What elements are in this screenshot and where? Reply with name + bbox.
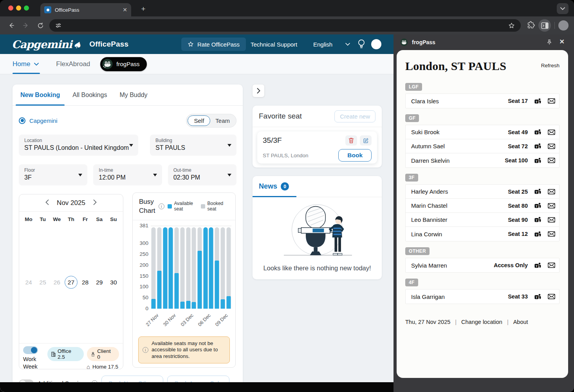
zoom-window-button[interactable] [24, 5, 29, 11]
floor-group: Isla GarriganSeat 33T [405, 289, 560, 304]
busy-chart-card: Busy Chart i Available seat Booked seat … [132, 192, 236, 368]
mail-icon[interactable] [548, 231, 555, 237]
calendar-day[interactable]: 29 [93, 276, 106, 289]
delete-favorite-button[interactable] [345, 135, 357, 146]
person-row: Marin ChastelSeat 80T [406, 199, 559, 213]
weekday-label: Sa [94, 216, 105, 222]
teams-icon[interactable]: T [534, 262, 541, 269]
calendar-day[interactable]: 28 [79, 276, 92, 289]
person-seat: Seat 90 [508, 217, 528, 223]
mail-icon[interactable] [548, 294, 555, 299]
office-chip: Office 2.5 [47, 347, 84, 361]
work-week-toggle[interactable] [23, 346, 38, 354]
mail-icon[interactable] [548, 98, 555, 104]
extensions-icon[interactable] [527, 21, 535, 30]
calendar-day[interactable]: 26 [51, 276, 63, 289]
close-panel-icon[interactable]: ✕ [560, 38, 565, 45]
book-button[interactable]: Book [338, 149, 372, 162]
new-tab-button[interactable]: + [138, 4, 149, 14]
chart-bar [208, 226, 214, 309]
person-seat: Seat 49 [508, 129, 528, 135]
language-select[interactable]: English [313, 41, 332, 48]
teams-icon[interactable]: T [534, 157, 541, 164]
home-icon: ⌂ [87, 363, 90, 370]
location-select[interactable]: Location ST PAULS (London - United Kingd… [19, 135, 138, 156]
floor-select[interactable]: Floor 3F [19, 164, 87, 185]
x-axis-tick: 03 Dec [180, 313, 195, 327]
floor-group: Suki BrookSeat 49TAutumn SaelSeat 72TDar… [405, 125, 560, 168]
nav-home[interactable]: Home [13, 54, 39, 74]
person-row: Autumn SaelSeat 72T [406, 139, 559, 153]
webpage: Capgemini♠ OfficePass Rate OfficePass Te… [0, 34, 393, 392]
teams-icon[interactable]: T [534, 293, 541, 300]
tune-icon[interactable] [53, 20, 63, 31]
profile-avatar[interactable] [558, 20, 569, 31]
reload-button[interactable] [34, 20, 46, 31]
mail-icon[interactable] [548, 158, 555, 163]
work-week-label: Work Week [23, 356, 47, 370]
browser-tab[interactable]: OfficePass ✕ [40, 3, 131, 16]
mail-icon[interactable] [548, 189, 555, 194]
create-new-button[interactable]: Create new [334, 110, 375, 122]
calendar-day[interactable]: 25 [36, 276, 49, 289]
person-row: Lina CorwinSeat 12T [406, 227, 559, 241]
refresh-link[interactable]: Refresh [541, 63, 560, 68]
tab-my-buddy[interactable]: My Buddy [113, 85, 153, 105]
chart-info-icon[interactable]: i [159, 203, 164, 209]
teams-icon[interactable]: T [534, 188, 541, 195]
pin-icon[interactable] [547, 39, 552, 47]
tab-all-bookings[interactable]: All Bookings [66, 85, 113, 105]
teams-icon[interactable]: T [534, 129, 541, 135]
mode-self-option[interactable]: Self [188, 115, 210, 126]
side-panel-button[interactable] [538, 19, 551, 32]
calendar-month-label: Nov 2025 [57, 199, 85, 207]
news-tab[interactable]: News 0 [259, 182, 289, 191]
about-link[interactable]: About [513, 319, 528, 325]
mail-icon[interactable] [548, 129, 555, 135]
forward-button[interactable] [20, 20, 32, 31]
calendar-day[interactable]: 30 [107, 276, 120, 289]
calendar-day[interactable]: 24 [22, 276, 35, 289]
tab-close-icon[interactable]: ✕ [123, 7, 127, 13]
mail-icon[interactable] [548, 144, 555, 149]
collapse-panel-button[interactable] [253, 85, 264, 97]
teams-icon[interactable]: T [534, 202, 541, 209]
mail-icon[interactable] [548, 217, 555, 223]
chart-plot [151, 226, 231, 309]
chart-bar [151, 226, 157, 309]
teams-icon[interactable]: T [534, 98, 541, 104]
rate-officepass-button[interactable]: Rate OfficePass [181, 38, 246, 51]
bookmark-star-icon[interactable] [507, 21, 516, 30]
minimize-window-button[interactable] [16, 5, 21, 11]
building-select[interactable]: Building ST PAULS [150, 135, 236, 156]
lightbulb-icon[interactable] [357, 39, 366, 51]
edit-favorite-button[interactable] [360, 135, 372, 146]
in-time-select[interactable]: In-time 12:00 PM [93, 164, 162, 185]
calendar-next-icon[interactable] [93, 200, 97, 206]
out-time-select[interactable]: Out-time 02:30 PM [168, 164, 236, 185]
close-window-button[interactable] [8, 5, 13, 11]
user-avatar[interactable] [371, 39, 381, 49]
teams-icon[interactable]: T [534, 143, 541, 149]
chart-bar [185, 226, 191, 309]
y-axis-tick: 50 [133, 295, 148, 300]
calendar-day-selected[interactable]: 27 [65, 276, 78, 289]
calendar-prev-icon[interactable] [45, 200, 49, 206]
address-bar[interactable] [49, 19, 521, 32]
mode-team-option[interactable]: Team [210, 116, 235, 126]
company-radio[interactable] [19, 117, 25, 124]
teams-icon[interactable]: T [534, 216, 541, 223]
back-button[interactable] [5, 20, 17, 31]
frogpass-nav-button[interactable]: frogPass [100, 57, 146, 71]
change-location-link[interactable]: Change location [461, 319, 502, 325]
tab-search-button[interactable] [557, 3, 569, 14]
nav-flexabroad[interactable]: FlexAbroad [56, 60, 90, 68]
mail-icon[interactable] [548, 203, 555, 209]
teams-icon[interactable]: T [534, 231, 541, 237]
language-chevron-icon[interactable] [345, 41, 350, 47]
tab-new-booking[interactable]: New Booking [14, 85, 66, 105]
chart-bar [197, 226, 203, 309]
capgemini-logo[interactable]: Capgemini♠ [12, 38, 81, 50]
mail-icon[interactable] [548, 263, 555, 268]
technical-support-link[interactable]: Technical Support [251, 41, 297, 48]
